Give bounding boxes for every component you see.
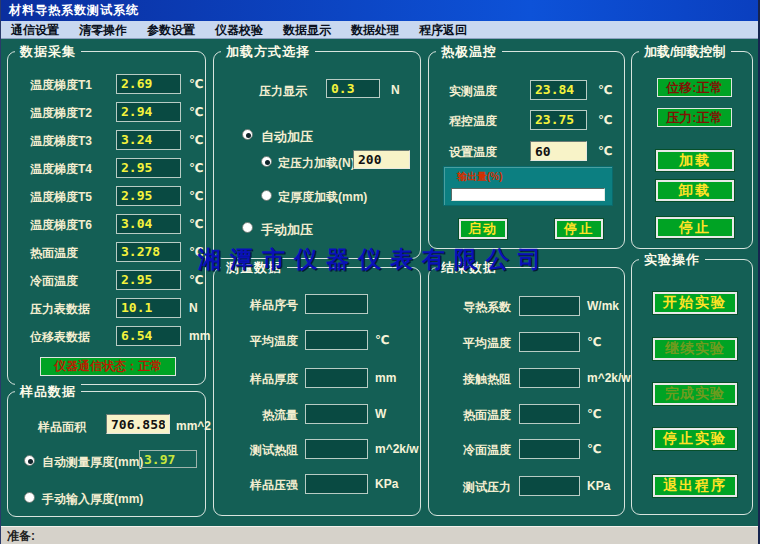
continue-experiment-button[interactable]: 继续实验 [653, 338, 737, 360]
menu-item-calibration[interactable]: 仪器校验 [205, 21, 273, 39]
unit-label: N [189, 301, 198, 315]
window-title: 材料导热系数测试系统 [9, 3, 139, 17]
field-label: 温度梯度T3 [30, 133, 92, 150]
displacement-status-badge: 位移:正常 [657, 78, 732, 97]
unit-label: ℃ [587, 442, 602, 456]
menu-item-data-display[interactable]: 数据显示 [273, 21, 341, 39]
unit-label: KPa [375, 477, 398, 491]
menu-bar: 通信设置 清零操作 参数设置 仪器校验 数据显示 数据处理 程序返回 [1, 21, 758, 39]
panel-title: 热极温控 [436, 43, 502, 61]
unit-label: mm [375, 371, 396, 385]
panel-result-data: 结果数据 导热系数 W/mk 平均温度 ℃ 接触热阻 m^2k/w 热面温度 ℃ [428, 267, 625, 516]
value-display: 2.95 [116, 270, 181, 290]
field-row-cold-face: 冷面温度 2.95 ℃ [8, 270, 205, 292]
unit-label: ℃ [189, 161, 204, 175]
auto-pressurize-radio[interactable] [242, 129, 253, 140]
unit-label: ℃ [189, 217, 204, 231]
value-display [519, 332, 580, 352]
unit-label: ℃ [189, 273, 204, 287]
value-display [305, 330, 368, 350]
menu-item-zero-operation[interactable]: 清零操作 [69, 21, 137, 39]
field-row-sample-no: 样品序号 [214, 294, 420, 316]
field-label: 冷面温度 [30, 273, 78, 290]
const-thickness-label: 定厚度加载(mm) [278, 189, 367, 206]
field-label: 平均温度 [429, 335, 511, 352]
field-label: 温度梯度T6 [30, 217, 92, 234]
menu-item-program-return[interactable]: 程序返回 [409, 21, 477, 39]
status-bar: 准备: [1, 526, 758, 544]
status-text: 准备: [7, 529, 35, 543]
panel-title: 加载方式选择 [221, 43, 315, 61]
stop-load-button[interactable]: 停止 [656, 217, 734, 238]
unit-label: ℃ [598, 83, 613, 97]
value-display: 23.84 [530, 80, 587, 100]
sample-area-unit: mm^2 [176, 419, 211, 433]
manual-pressurize-radio[interactable] [242, 222, 253, 233]
value-display: 2.69 [116, 74, 181, 94]
panel-title: 加载/卸载控制 [639, 43, 731, 61]
unit-label: m^2k/w [375, 442, 419, 456]
field-row-t2: 温度梯度T2 2.94 ℃ [8, 102, 205, 124]
start-experiment-button[interactable]: 开始实验 [653, 292, 737, 314]
start-heating-button[interactable]: 启动 [459, 219, 507, 239]
value-display [519, 476, 580, 496]
field-label: 接触热阻 [429, 371, 511, 388]
unit-label: m^2k/w [587, 371, 631, 385]
value-display [305, 294, 368, 314]
unit-label: ℃ [587, 407, 602, 421]
value-display: 6.54 [116, 326, 181, 346]
field-label: 热面温度 [30, 245, 78, 262]
field-row-program-temp: 程控温度 23.75 ℃ [429, 110, 624, 132]
value-display: 2.95 [116, 158, 181, 178]
value-display [305, 404, 368, 424]
value-display [519, 439, 580, 459]
value-display [519, 368, 580, 388]
const-pressure-input[interactable] [353, 150, 410, 169]
panel-title: 实验操作 [639, 251, 705, 269]
menu-item-param-settings[interactable]: 参数设置 [137, 21, 205, 39]
field-row-cold-face-temp: 冷面温度 ℃ [429, 439, 624, 461]
field-label: 设置温度 [449, 144, 497, 161]
sample-area-input[interactable] [106, 414, 170, 434]
menu-item-data-process[interactable]: 数据处理 [341, 21, 409, 39]
unload-button[interactable]: 卸载 [656, 180, 734, 201]
manual-thickness-label: 手动输入厚度(mm) [42, 491, 143, 508]
panel-measurement: 测量数据 样品序号 平均温度 ℃ 样品厚度 mm 热流量 W [213, 267, 421, 516]
finish-experiment-button[interactable]: 完成实验 [653, 383, 737, 405]
menu-item-comm-settings[interactable]: 通信设置 [1, 21, 69, 39]
value-display: 10.1 [116, 298, 181, 318]
const-pressure-radio[interactable] [261, 156, 272, 167]
const-thickness-radio[interactable] [261, 190, 272, 201]
field-row-t4: 温度梯度T4 2.95 ℃ [8, 158, 205, 180]
stop-heating-button[interactable]: 停止 [555, 219, 603, 239]
auto-thickness-label: 自动测量厚度(mm) [42, 454, 143, 471]
unit-label: ℃ [598, 113, 613, 127]
unit-label: ℃ [189, 245, 204, 259]
auto-thickness-radio[interactable] [24, 455, 35, 466]
panel-sample-data: 样品数据 样品面积 mm^2 自动测量厚度(mm) 3.97 手动输入厚度(mm… [7, 391, 206, 517]
value-display [305, 439, 368, 459]
value-display: 3.278 [116, 242, 181, 262]
exit-program-button[interactable]: 退出程序 [653, 475, 737, 497]
pressure-display-value: 0.3 [326, 79, 380, 98]
title-bar: 材料导热系数测试系统 [1, 0, 758, 21]
manual-thickness-radio[interactable] [24, 492, 35, 503]
load-button[interactable]: 加载 [656, 150, 734, 171]
value-display [519, 296, 580, 316]
field-label: 实测温度 [449, 83, 497, 100]
field-label: 测试压力 [429, 479, 511, 496]
set-temp-input[interactable] [530, 141, 587, 161]
field-label: 温度梯度T4 [30, 161, 92, 178]
field-row-pressure-gauge: 压力表数据 10.1 N [8, 298, 205, 320]
panel-data-acquisition: 数据采集 温度梯度T1 2.69 ℃ 温度梯度T2 2.94 ℃ 温度梯度T3 … [7, 51, 206, 385]
stop-experiment-button[interactable]: 停止实验 [653, 428, 737, 450]
field-label: 程控温度 [449, 113, 497, 130]
field-row-measured-temp: 实测温度 23.84 ℃ [429, 80, 624, 102]
output-subpanel: 输出量(%) [443, 166, 613, 206]
panel-experiment-ops: 实验操作 开始实验 继续实验 完成实验 停止实验 退出程序 [631, 259, 753, 515]
field-label: 热面温度 [429, 407, 511, 424]
output-percent-label: 输出量(%) [457, 170, 503, 184]
panel-title: 结果数据 [436, 259, 502, 277]
app-window: 材料导热系数测试系统 通信设置 清零操作 参数设置 仪器校验 数据显示 数据处理… [0, 0, 760, 544]
panel-title: 样品数据 [15, 383, 81, 401]
